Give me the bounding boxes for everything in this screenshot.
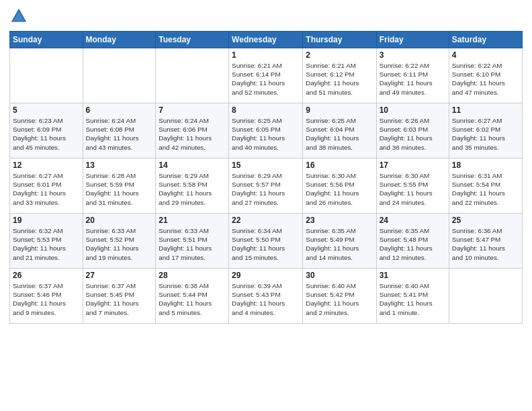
calendar-cell: 25Sunrise: 6:36 AM Sunset: 5:47 PM Dayli… bbox=[449, 214, 522, 269]
day-number: 3 bbox=[380, 50, 446, 60]
day-number: 12 bbox=[13, 161, 80, 170]
weekday-header-thursday: Thursday bbox=[303, 32, 376, 48]
day-number: 30 bbox=[306, 271, 373, 280]
day-info: Sunrise: 6:24 AM Sunset: 6:08 PM Dayligh… bbox=[86, 116, 153, 152]
day-number: 25 bbox=[452, 216, 519, 225]
calendar-cell: 20Sunrise: 6:33 AM Sunset: 5:52 PM Dayli… bbox=[83, 214, 156, 269]
day-number: 13 bbox=[86, 161, 153, 170]
day-number: 15 bbox=[232, 161, 300, 170]
calendar-table: SundayMondayTuesdayWednesdayThursdayFrid… bbox=[9, 31, 523, 324]
day-info: Sunrise: 6:35 AM Sunset: 5:49 PM Dayligh… bbox=[306, 226, 373, 262]
day-info: Sunrise: 6:24 AM Sunset: 6:06 PM Dayligh… bbox=[159, 116, 226, 152]
day-number: 18 bbox=[452, 161, 519, 170]
day-info: Sunrise: 6:31 AM Sunset: 5:54 PM Dayligh… bbox=[452, 171, 519, 207]
day-number: 9 bbox=[306, 105, 373, 115]
day-number: 10 bbox=[380, 105, 446, 115]
calendar-cell: 14Sunrise: 6:29 AM Sunset: 5:58 PM Dayli… bbox=[156, 158, 229, 214]
calendar-cell: 22Sunrise: 6:34 AM Sunset: 5:50 PM Dayli… bbox=[229, 214, 303, 269]
day-number: 5 bbox=[13, 105, 80, 115]
day-info: Sunrise: 6:40 AM Sunset: 5:41 PM Dayligh… bbox=[380, 281, 446, 317]
calendar-cell: 8Sunrise: 6:25 AM Sunset: 6:05 PM Daylig… bbox=[229, 103, 303, 158]
calendar-cell: 12Sunrise: 6:27 AM Sunset: 6:01 PM Dayli… bbox=[10, 158, 83, 214]
day-number: 4 bbox=[452, 50, 519, 60]
day-info: Sunrise: 6:23 AM Sunset: 6:09 PM Dayligh… bbox=[13, 116, 80, 152]
day-info: Sunrise: 6:38 AM Sunset: 5:44 PM Dayligh… bbox=[159, 281, 226, 317]
calendar-cell: 21Sunrise: 6:33 AM Sunset: 5:51 PM Dayli… bbox=[156, 214, 229, 269]
day-info: Sunrise: 6:37 AM Sunset: 5:46 PM Dayligh… bbox=[13, 281, 80, 317]
calendar-cell: 4Sunrise: 6:22 AM Sunset: 6:10 PM Daylig… bbox=[449, 48, 522, 103]
calendar-week-4: 19Sunrise: 6:32 AM Sunset: 5:53 PM Dayli… bbox=[10, 214, 523, 269]
calendar-cell: 5Sunrise: 6:23 AM Sunset: 6:09 PM Daylig… bbox=[10, 103, 83, 158]
day-number: 20 bbox=[86, 216, 153, 225]
calendar-cell: 16Sunrise: 6:30 AM Sunset: 5:56 PM Dayli… bbox=[303, 158, 376, 214]
calendar-cell: 30Sunrise: 6:40 AM Sunset: 5:42 PM Dayli… bbox=[303, 269, 376, 324]
weekday-header-wednesday: Wednesday bbox=[229, 32, 303, 48]
calendar-cell: 19Sunrise: 6:32 AM Sunset: 5:53 PM Dayli… bbox=[10, 214, 83, 269]
calendar-cell: 17Sunrise: 6:30 AM Sunset: 5:55 PM Dayli… bbox=[376, 158, 449, 214]
day-number: 31 bbox=[380, 271, 446, 280]
calendar-body: 1Sunrise: 6:21 AM Sunset: 6:14 PM Daylig… bbox=[10, 48, 523, 324]
page-container: SundayMondayTuesdayWednesdayThursdayFrid… bbox=[0, 0, 532, 330]
day-info: Sunrise: 6:32 AM Sunset: 5:53 PM Dayligh… bbox=[13, 226, 80, 262]
day-number: 8 bbox=[232, 105, 300, 115]
weekday-header-tuesday: Tuesday bbox=[156, 32, 229, 48]
day-info: Sunrise: 6:36 AM Sunset: 5:47 PM Dayligh… bbox=[452, 226, 519, 262]
day-number: 2 bbox=[306, 50, 373, 60]
day-info: Sunrise: 6:39 AM Sunset: 5:43 PM Dayligh… bbox=[232, 281, 300, 317]
calendar-cell: 11Sunrise: 6:27 AM Sunset: 6:02 PM Dayli… bbox=[449, 103, 522, 158]
day-info: Sunrise: 6:29 AM Sunset: 5:57 PM Dayligh… bbox=[232, 171, 300, 207]
calendar-cell: 9Sunrise: 6:25 AM Sunset: 6:04 PM Daylig… bbox=[303, 103, 376, 158]
calendar-cell: 24Sunrise: 6:35 AM Sunset: 5:48 PM Dayli… bbox=[376, 214, 449, 269]
day-number: 19 bbox=[13, 216, 80, 225]
calendar-cell: 31Sunrise: 6:40 AM Sunset: 5:41 PM Dayli… bbox=[376, 269, 449, 324]
day-info: Sunrise: 6:30 AM Sunset: 5:55 PM Dayligh… bbox=[380, 171, 446, 207]
day-number: 7 bbox=[159, 105, 226, 115]
calendar-cell: 6Sunrise: 6:24 AM Sunset: 6:08 PM Daylig… bbox=[83, 103, 156, 158]
day-info: Sunrise: 6:33 AM Sunset: 5:51 PM Dayligh… bbox=[159, 226, 226, 262]
calendar-cell: 26Sunrise: 6:37 AM Sunset: 5:46 PM Dayli… bbox=[10, 269, 83, 324]
calendar-header: SundayMondayTuesdayWednesdayThursdayFrid… bbox=[10, 32, 523, 48]
day-info: Sunrise: 6:21 AM Sunset: 6:12 PM Dayligh… bbox=[306, 61, 373, 97]
day-number: 21 bbox=[159, 216, 226, 225]
day-number: 17 bbox=[380, 161, 446, 170]
day-number: 1 bbox=[232, 50, 300, 60]
logo-icon bbox=[9, 7, 28, 26]
calendar-cell: 10Sunrise: 6:26 AM Sunset: 6:03 PM Dayli… bbox=[376, 103, 449, 158]
weekday-header-monday: Monday bbox=[83, 32, 156, 48]
page-header bbox=[9, 7, 523, 26]
day-info: Sunrise: 6:25 AM Sunset: 6:04 PM Dayligh… bbox=[306, 116, 373, 152]
day-info: Sunrise: 6:21 AM Sunset: 6:14 PM Dayligh… bbox=[232, 61, 300, 97]
calendar-cell bbox=[449, 269, 522, 324]
day-info: Sunrise: 6:26 AM Sunset: 6:03 PM Dayligh… bbox=[380, 116, 446, 152]
day-number: 16 bbox=[306, 161, 373, 170]
calendar-cell bbox=[83, 48, 156, 103]
day-number: 6 bbox=[86, 105, 153, 115]
weekday-header-saturday: Saturday bbox=[449, 32, 522, 48]
calendar-cell: 7Sunrise: 6:24 AM Sunset: 6:06 PM Daylig… bbox=[156, 103, 229, 158]
day-number: 22 bbox=[232, 216, 300, 225]
day-number: 23 bbox=[306, 216, 373, 225]
day-info: Sunrise: 6:37 AM Sunset: 5:45 PM Dayligh… bbox=[86, 281, 153, 317]
calendar-cell: 1Sunrise: 6:21 AM Sunset: 6:14 PM Daylig… bbox=[229, 48, 303, 103]
calendar-cell bbox=[10, 48, 83, 103]
weekday-header-friday: Friday bbox=[376, 32, 449, 48]
day-info: Sunrise: 6:22 AM Sunset: 6:11 PM Dayligh… bbox=[380, 61, 446, 97]
day-info: Sunrise: 6:25 AM Sunset: 6:05 PM Dayligh… bbox=[232, 116, 300, 152]
day-number: 28 bbox=[159, 271, 226, 280]
weekday-header-sunday: Sunday bbox=[10, 32, 83, 48]
day-number: 11 bbox=[452, 105, 519, 115]
day-info: Sunrise: 6:28 AM Sunset: 5:59 PM Dayligh… bbox=[86, 171, 153, 207]
day-number: 24 bbox=[380, 216, 446, 225]
calendar-week-2: 5Sunrise: 6:23 AM Sunset: 6:09 PM Daylig… bbox=[10, 103, 523, 158]
day-number: 29 bbox=[232, 271, 300, 280]
day-info: Sunrise: 6:34 AM Sunset: 5:50 PM Dayligh… bbox=[232, 226, 300, 262]
calendar-cell: 27Sunrise: 6:37 AM Sunset: 5:45 PM Dayli… bbox=[83, 269, 156, 324]
calendar-week-3: 12Sunrise: 6:27 AM Sunset: 6:01 PM Dayli… bbox=[10, 158, 523, 214]
calendar-cell: 18Sunrise: 6:31 AM Sunset: 5:54 PM Dayli… bbox=[449, 158, 522, 214]
day-number: 26 bbox=[13, 271, 80, 280]
day-info: Sunrise: 6:30 AM Sunset: 5:56 PM Dayligh… bbox=[306, 171, 373, 207]
day-number: 14 bbox=[159, 161, 226, 170]
calendar-cell: 2Sunrise: 6:21 AM Sunset: 6:12 PM Daylig… bbox=[303, 48, 376, 103]
calendar-cell: 28Sunrise: 6:38 AM Sunset: 5:44 PM Dayli… bbox=[156, 269, 229, 324]
calendar-week-1: 1Sunrise: 6:21 AM Sunset: 6:14 PM Daylig… bbox=[10, 48, 523, 103]
